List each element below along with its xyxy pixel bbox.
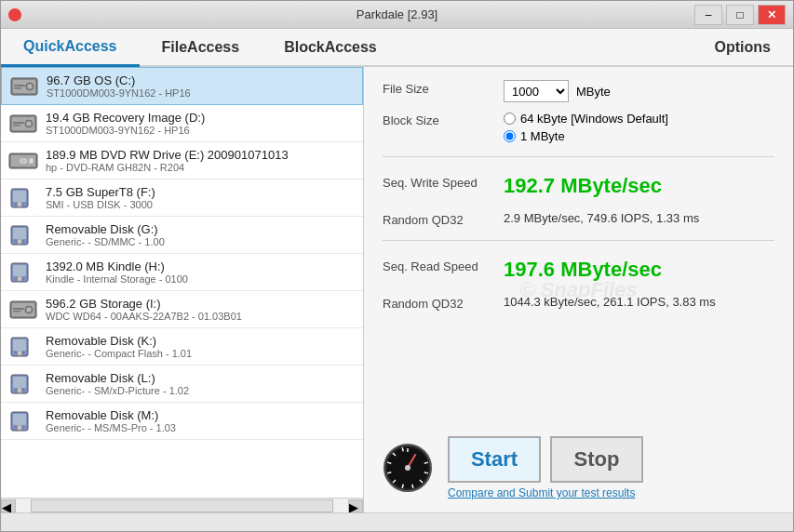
horizontal-scrollbar[interactable]: ◀ ▶ bbox=[1, 498, 363, 512]
random-read-detail: 1044.3 kByte/sec, 261.1 IOPS, 3.83 ms bbox=[504, 295, 716, 309]
content-area: 96.7 GB OS (C:) ST1000DM003-9YN162 - HP1… bbox=[1, 67, 793, 512]
svg-rect-42 bbox=[18, 388, 21, 392]
start-button[interactable]: Start bbox=[448, 436, 541, 483]
title-bar-left bbox=[8, 8, 21, 21]
svg-rect-4 bbox=[14, 85, 25, 86]
left-panel: 96.7 GB OS (C:) ST1000DM003-9YN162 - HP1… bbox=[1, 67, 364, 512]
disk-info: 1392.0 MB Kindle (H:) Kindle - Internal … bbox=[46, 259, 188, 285]
maximize-button[interactable]: □ bbox=[726, 5, 754, 25]
svg-rect-40 bbox=[13, 377, 26, 388]
svg-rect-28 bbox=[18, 276, 21, 281]
bottom-actions: Start Stop Compare and Submit your test … bbox=[383, 429, 774, 499]
disk-item[interactable]: 19.4 GB Recovery Image (D:) ST1000DM003-… bbox=[1, 105, 363, 142]
tab-blockaccess[interactable]: BlockAccess bbox=[262, 29, 399, 65]
hdd-icon bbox=[9, 74, 39, 99]
seq-read-label: Seq. Read Speed bbox=[383, 258, 494, 273]
scroll-right-btn[interactable]: ▶ bbox=[348, 499, 363, 512]
dvd-icon bbox=[8, 149, 38, 173]
close-button[interactable]: ✕ bbox=[758, 5, 786, 25]
block-size-options: 64 kByte [Windows Default] 1 MByte bbox=[504, 112, 668, 143]
file-size-row: File Size 100 500 1000 2000 4000 MByte bbox=[383, 80, 774, 102]
block-size-1m-radio[interactable] bbox=[504, 130, 516, 142]
divider-1 bbox=[383, 156, 774, 157]
block-size-row: Block Size 64 kByte [Windows Default] 1 … bbox=[383, 112, 774, 143]
svg-rect-11 bbox=[13, 125, 20, 126]
random-read-row: Random QD32 1044.3 kByte/sec, 261.1 IOPS… bbox=[383, 295, 774, 311]
disk-item[interactable]: Removable Disk (L:) Generic- - SM/xD-Pic… bbox=[1, 366, 363, 403]
disk-item[interactable]: Removable Disk (M:) Generic- - MS/MS-Pro… bbox=[1, 403, 363, 440]
svg-rect-33 bbox=[13, 308, 24, 310]
disk-detail: ST1000DM003-9YN162 - HP16 bbox=[47, 87, 191, 99]
disk-info: Removable Disk (L:) Generic- - SM/xD-Pic… bbox=[46, 371, 189, 396]
disk-item[interactable]: 189.9 MB DVD RW Drive (E:) 200901071013 … bbox=[1, 142, 363, 180]
file-size-select[interactable]: 100 500 1000 2000 4000 bbox=[504, 80, 569, 102]
disk-item[interactable]: 7.5 GB SuperT8 (F:) SMI - USB DISK - 300… bbox=[1, 180, 363, 217]
disk-detail: Generic- - Compact Flash - 1.01 bbox=[46, 348, 192, 359]
disk-name: 7.5 GB SuperT8 (F:) bbox=[46, 185, 155, 199]
seq-write-label: Seq. Write Speed bbox=[383, 174, 494, 190]
disk-info: 189.9 MB DVD RW Drive (E:) 200901071013 … bbox=[46, 148, 289, 173]
removable-icon bbox=[8, 260, 38, 285]
disk-info: Removable Disk (M:) Generic- - MS/MS-Pro… bbox=[46, 408, 176, 433]
close-dot[interactable] bbox=[8, 8, 21, 21]
tab-options[interactable]: Options bbox=[693, 29, 793, 65]
svg-rect-5 bbox=[14, 87, 21, 89]
file-size-control: 100 500 1000 2000 4000 MByte bbox=[504, 80, 611, 102]
svg-point-3 bbox=[28, 85, 32, 88]
hdd-icon bbox=[8, 298, 38, 322]
seq-write-speed: 192.7 MByte/sec bbox=[504, 174, 662, 198]
disk-name: Removable Disk (K:) bbox=[46, 334, 192, 348]
svg-point-15 bbox=[21, 159, 25, 162]
block-size-64k-radio[interactable] bbox=[504, 113, 516, 125]
scroll-left-btn[interactable]: ◀ bbox=[1, 499, 16, 512]
svg-rect-38 bbox=[18, 351, 21, 355]
disk-name: 96.7 GB OS (C:) bbox=[47, 73, 191, 87]
svg-rect-24 bbox=[18, 239, 21, 244]
disk-list[interactable]: 96.7 GB OS (C:) ST1000DM003-9YN162 - HP1… bbox=[1, 67, 363, 498]
seq-read-speed: 197.6 MByte/sec bbox=[504, 258, 662, 282]
disk-item[interactable]: Removable Disk (G:) Generic- - SD/MMC - … bbox=[1, 217, 363, 254]
removable-icon bbox=[8, 223, 38, 247]
stop-button[interactable]: Stop bbox=[550, 436, 643, 483]
divider-2 bbox=[383, 240, 774, 241]
tab-quickaccess[interactable]: QuickAccess bbox=[1, 29, 140, 67]
disk-name: Removable Disk (G:) bbox=[46, 222, 165, 236]
svg-rect-46 bbox=[18, 425, 21, 430]
gauge-icon bbox=[383, 443, 433, 493]
disk-detail: Kindle - Internal Storage - 0100 bbox=[46, 273, 188, 285]
disk-detail: ST1000DM003-9YN162 - HP16 bbox=[46, 125, 205, 136]
disk-item[interactable]: Removable Disk (K:) Generic- - Compact F… bbox=[1, 328, 363, 366]
disk-info: Removable Disk (K:) Generic- - Compact F… bbox=[46, 334, 192, 359]
block-size-label: Block Size bbox=[383, 112, 494, 127]
svg-point-32 bbox=[27, 308, 31, 312]
disk-info: 19.4 GB Recovery Image (D:) ST1000DM003-… bbox=[46, 111, 205, 136]
seq-write-values: 192.7 MByte/sec bbox=[504, 174, 662, 198]
disk-detail: SMI - USB DISK - 3000 bbox=[46, 199, 155, 210]
disk-item[interactable]: 596.2 GB Storage (I:) WDC WD64 - 00AAKS-… bbox=[1, 291, 363, 328]
disk-name: 19.4 GB Recovery Image (D:) bbox=[46, 111, 205, 125]
block-size-64k-label: 64 kByte [Windows Default] bbox=[520, 112, 668, 126]
bottom-bar bbox=[1, 512, 793, 531]
disk-detail: Generic- - SD/MMC - 1.00 bbox=[46, 236, 165, 247]
disk-info: 96.7 GB OS (C:) ST1000DM003-9YN162 - HP1… bbox=[47, 73, 191, 99]
seq-write-row: Seq. Write Speed 192.7 MByte/sec bbox=[383, 174, 774, 198]
disk-item[interactable]: 1392.0 MB Kindle (H:) Kindle - Internal … bbox=[1, 254, 363, 291]
svg-rect-18 bbox=[13, 191, 26, 202]
tab-fileaccess[interactable]: FileAccess bbox=[140, 29, 262, 65]
seq-read-row: Seq. Read Speed 197.6 MByte/sec bbox=[383, 258, 774, 282]
disk-info: 596.2 GB Storage (I:) WDC WD64 - 00AAKS-… bbox=[46, 297, 242, 322]
svg-rect-36 bbox=[13, 339, 26, 351]
action-buttons: Start Stop bbox=[448, 436, 643, 483]
removable-icon bbox=[8, 372, 38, 396]
disk-info: 7.5 GB SuperT8 (F:) SMI - USB DISK - 300… bbox=[46, 185, 155, 210]
nav-bar: QuickAccess FileAccess BlockAccess Optio… bbox=[1, 29, 793, 67]
title-bar: Parkdale [2.93] – □ ✕ bbox=[1, 1, 793, 29]
compare-link[interactable]: Compare and Submit your test results bbox=[448, 486, 643, 499]
minimize-button[interactable]: – bbox=[694, 5, 722, 25]
svg-rect-26 bbox=[13, 265, 26, 276]
disk-detail: hp - DVD-RAM GH82N - R204 bbox=[46, 162, 289, 173]
svg-rect-34 bbox=[13, 311, 20, 313]
disk-name: 189.9 MB DVD RW Drive (E:) 200901071013 bbox=[46, 148, 289, 162]
disk-item[interactable]: 96.7 GB OS (C:) ST1000DM003-9YN162 - HP1… bbox=[1, 67, 363, 105]
removable-icon bbox=[8, 335, 38, 359]
